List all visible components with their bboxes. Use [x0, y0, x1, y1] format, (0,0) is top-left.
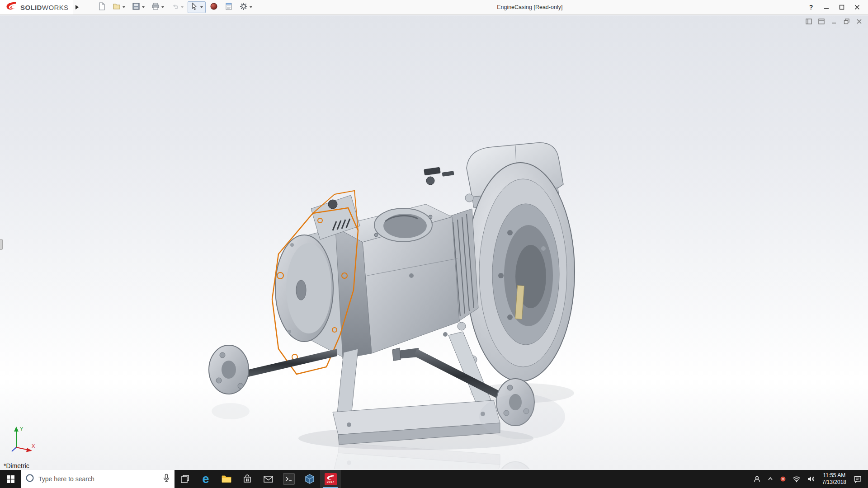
y-axis-label: Y — [20, 426, 24, 432]
select-cursor-icon — [190, 2, 198, 12]
undo-button[interactable] — [168, 1, 186, 13]
panel-splitter-handle[interactable] — [0, 239, 3, 250]
new-document-button[interactable] — [95, 1, 108, 13]
view-orientation-label: *Dimetric — [4, 462, 29, 469]
store-icon — [242, 474, 252, 484]
save-button[interactable] — [129, 1, 147, 13]
people-icon — [753, 475, 761, 483]
doc-close-button[interactable] — [855, 18, 863, 25]
model-reflection — [209, 443, 575, 469]
file-properties-icon — [225, 2, 233, 12]
doc-minimize-button[interactable] — [830, 18, 838, 25]
volume-icon — [807, 475, 815, 483]
options-gear-icon — [240, 2, 248, 12]
tray-app-button[interactable] — [777, 470, 789, 488]
rebuild-sphere-button[interactable] — [207, 1, 221, 13]
minimize-icon — [824, 5, 829, 10]
valve-parts[interactable] — [424, 167, 454, 185]
file-properties-button[interactable] — [222, 1, 236, 13]
full-screen-icon — [818, 19, 825, 24]
mail-button[interactable] — [258, 470, 278, 488]
show-hidden-icons-button[interactable] — [764, 470, 777, 488]
z-axis — [12, 447, 16, 451]
minimize-button[interactable] — [820, 2, 833, 13]
action-center-button[interactable] — [850, 470, 865, 488]
hexagon-app-icon — [304, 474, 315, 484]
help-button[interactable]: ? — [805, 2, 817, 13]
new-document-icon — [98, 2, 106, 12]
taskbar-search[interactable] — [21, 470, 175, 488]
clock-date: 7/13/2018 — [822, 479, 846, 486]
doc-restore-icon — [844, 19, 850, 24]
task-view-icon — [180, 474, 190, 484]
solidworks-app-button[interactable]: 2017 — [320, 470, 341, 488]
print-button[interactable] — [149, 1, 167, 13]
cortana-circle-icon[interactable] — [25, 474, 34, 484]
maximize-icon — [839, 5, 844, 10]
volume-button[interactable] — [804, 470, 818, 488]
system-tray: 11:55 AM 7/13/2018 — [750, 470, 868, 488]
file-explorer-button[interactable] — [216, 470, 237, 488]
select-button[interactable] — [188, 1, 206, 13]
doc-restore-button[interactable] — [842, 18, 851, 25]
right-triangle-icon — [75, 5, 79, 9]
microphone-icon[interactable] — [163, 474, 170, 484]
hexagon-app-button[interactable] — [299, 470, 320, 488]
people-button[interactable] — [750, 470, 764, 488]
wifi-icon — [793, 475, 801, 483]
edge-button[interactable]: e — [195, 470, 216, 488]
undo-icon — [171, 2, 179, 12]
tray-app-icon — [780, 476, 786, 482]
edge-icon: e — [202, 473, 209, 485]
store-button[interactable] — [237, 470, 258, 488]
windows-logo-icon — [7, 475, 14, 483]
chevron-down-icon[interactable] — [161, 6, 164, 8]
solidworks-app-icon: 2017 — [325, 473, 337, 485]
show-desktop-button[interactable] — [865, 470, 868, 488]
task-view-button[interactable] — [175, 470, 195, 488]
chevron-down-icon[interactable] — [123, 6, 125, 8]
maximize-button[interactable] — [835, 2, 848, 13]
titlebar: SOLIDWORKS — [0, 0, 868, 15]
red-sphere-icon — [210, 2, 218, 12]
doc-minimize-icon — [831, 19, 837, 24]
chevron-down-icon[interactable] — [181, 6, 184, 8]
start-button[interactable] — [0, 470, 21, 488]
chevron-down-icon[interactable] — [200, 6, 203, 8]
x-axis-label: X — [32, 443, 35, 449]
action-center-icon — [854, 475, 862, 483]
window-controls: ? — [805, 2, 868, 13]
search-input[interactable] — [38, 475, 159, 483]
options-button[interactable] — [237, 1, 255, 13]
close-button[interactable] — [851, 2, 863, 13]
graphics-viewport[interactable]: Y X *Dimetric — [0, 15, 868, 470]
network-button[interactable] — [789, 470, 804, 488]
engine-casing-model[interactable] — [199, 140, 581, 469]
screen: SOLIDWORKS — [0, 0, 868, 488]
menu-expand-arrow[interactable] — [73, 0, 81, 14]
command-prompt-button[interactable] — [278, 470, 299, 488]
solidworks-logo-icon — [5, 1, 17, 13]
orientation-triad: Y X — [10, 425, 36, 454]
close-icon — [854, 5, 860, 10]
print-icon — [151, 2, 160, 12]
split-pane-icon — [806, 19, 812, 24]
chevron-down-icon[interactable] — [142, 6, 145, 8]
open-button[interactable] — [110, 1, 128, 13]
solidworks-brand: SOLIDWORKS — [0, 0, 73, 14]
command-prompt-icon — [283, 473, 295, 485]
full-screen-button[interactable] — [817, 18, 826, 25]
brand-wordmark: SOLIDWORKS — [20, 4, 69, 11]
side-cover[interactable] — [275, 228, 343, 357]
split-pane-button[interactable] — [804, 18, 813, 25]
mail-icon — [263, 474, 274, 483]
chevron-down-icon[interactable] — [250, 6, 252, 8]
chevron-up-icon — [767, 476, 774, 482]
taskbar-clock[interactable]: 11:55 AM 7/13/2018 — [818, 470, 850, 488]
doc-close-icon — [856, 19, 862, 24]
help-icon: ? — [809, 4, 813, 11]
document-window-controls — [804, 18, 863, 25]
file-explorer-icon — [221, 474, 232, 484]
y-axis-arrow — [14, 427, 19, 432]
standard-toolbar — [95, 1, 255, 13]
